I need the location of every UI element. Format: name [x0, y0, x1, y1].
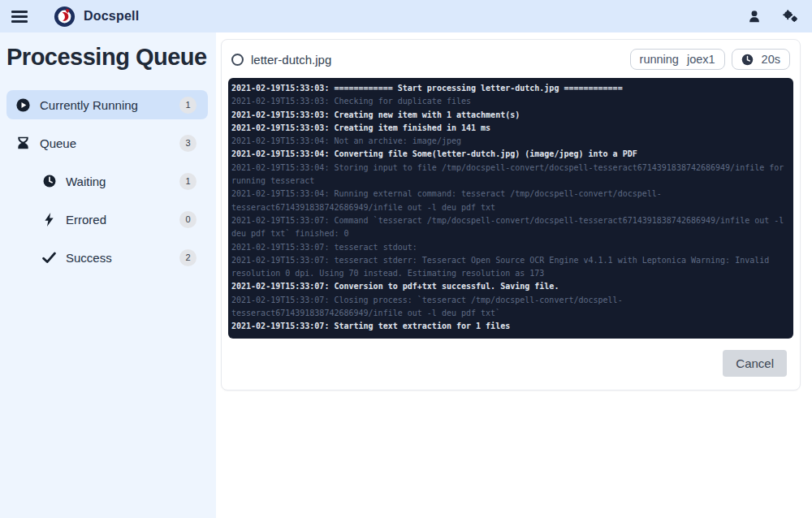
job-card-header: letter-dutch.jpg running joex1 20s — [222, 40, 800, 78]
log-timestamp: 2021-02-19T15:33:07: — [231, 216, 329, 225]
job-duration-badge: 20s — [732, 49, 790, 70]
user-icon[interactable] — [744, 6, 765, 27]
job-filename: letter-dutch.jpg — [251, 53, 331, 67]
log-timestamp: 2021-02-19T15:33:03: — [231, 110, 329, 119]
hourglass-icon — [16, 136, 30, 150]
main-content: letter-dutch.jpg running joex1 20s — [216, 32, 812, 518]
log-line: 2021-02-19T15:33:07: tesseract stdout: — [231, 241, 791, 254]
sidebar: Processing Queue Currently Running 1 Que… — [0, 32, 216, 518]
docspell-logo-icon[interactable] — [54, 6, 76, 28]
sidebar-item[interactable]: Success 2 — [32, 243, 208, 272]
job-log-panel[interactable]: 2021-02-19T15:33:03: ============ Start … — [228, 78, 793, 339]
log-line: 2021-02-19T15:33:07: Closing process: `t… — [231, 294, 791, 321]
sidebar-item[interactable]: Waiting 1 — [32, 166, 208, 196]
log-line: 2021-02-19T15:33:03: Creating item finis… — [231, 122, 791, 135]
log-timestamp: 2021-02-19T15:33:03: — [231, 97, 329, 106]
sidebar-item-label: Currently Running — [40, 98, 179, 112]
job-state-badge: running joex1 — [630, 49, 725, 70]
page-title: Processing Queue — [6, 44, 208, 71]
sidebar-item-label: Waiting — [66, 175, 179, 188]
count-badge: 1 — [179, 173, 197, 190]
log-line: 2021-02-19T15:33:07: Command `tesseract … — [231, 214, 791, 241]
cancel-button[interactable]: Cancel — [723, 350, 787, 377]
spinner-icon — [231, 54, 244, 66]
log-timestamp: 2021-02-19T15:33:03: — [231, 84, 329, 93]
sidebar-item-label: Queue — [40, 136, 179, 150]
log-timestamp: 2021-02-19T15:33:07: — [231, 282, 329, 291]
top-navbar: Docspell — [0, 0, 812, 32]
log-message: Checking for duplicate files — [334, 97, 471, 106]
check-icon — [42, 251, 56, 265]
bolt-icon — [42, 213, 56, 227]
log-timestamp: 2021-02-19T15:33:04: — [231, 136, 329, 145]
log-timestamp: 2021-02-19T15:33:04: — [231, 189, 329, 198]
sidebar-item[interactable]: Currently Running 1 — [6, 90, 208, 119]
log-message: Conversion to pdf+txt successful. Saving… — [334, 282, 559, 291]
job-duration: 20s — [762, 53, 780, 66]
log-line: 2021-02-19T15:33:07: Conversion to pdf+t… — [231, 280, 791, 293]
sidebar-item[interactable]: Errored 0 — [32, 205, 208, 234]
job-card-footer: Cancel — [222, 339, 800, 390]
log-message: Creating item finished in 141 ms — [334, 123, 490, 132]
log-timestamp: 2021-02-19T15:33:07: — [231, 243, 329, 252]
sidebar-item-label: Success — [66, 251, 179, 265]
log-line: 2021-02-19T15:33:07: tesseract stderr: T… — [231, 254, 791, 281]
log-line: 2021-02-19T15:33:03: Checking for duplic… — [231, 95, 791, 108]
count-badge: 0 — [179, 211, 197, 228]
sidebar-nav: Currently Running 1 Queue 3 Waiting 1 — [6, 90, 208, 272]
count-badge: 2 — [179, 249, 197, 266]
sidebar-item-label: Errored — [66, 213, 179, 227]
count-badge: 3 — [179, 135, 197, 152]
log-line: 2021-02-19T15:33:04: Running external co… — [231, 188, 791, 214]
log-line: 2021-02-19T15:33:04: Storing input to fi… — [231, 162, 791, 188]
log-message: Creating new item with 1 attachment(s) — [334, 110, 520, 119]
log-timestamp: 2021-02-19T15:33:07: — [231, 256, 329, 265]
job-worker: joex1 — [687, 53, 715, 66]
log-line: 2021-02-19T15:33:04: Converting file Som… — [231, 148, 791, 161]
job-card: letter-dutch.jpg running joex1 20s — [221, 39, 801, 391]
log-line: 2021-02-19T15:33:03: ============ Start … — [231, 82, 791, 95]
log-message: Not an archive: image/jpeg — [334, 136, 461, 145]
log-message: Starting text extraction for 1 files — [334, 322, 510, 330]
gears-icon[interactable] — [780, 6, 801, 27]
log-message: ============ Start processing letter-dut… — [334, 84, 622, 93]
log-message: tesseract stdout: — [334, 243, 417, 252]
brand-name: Docspell — [84, 9, 139, 24]
log-timestamp: 2021-02-19T15:33:04: — [231, 163, 329, 172]
log-line: 2021-02-19T15:33:07: Starting text extra… — [231, 320, 791, 333]
count-badge: 1 — [179, 97, 197, 114]
sidebar-item[interactable]: Queue 3 — [6, 128, 208, 158]
log-timestamp: 2021-02-19T15:33:07: — [231, 322, 329, 330]
job-state: running — [640, 53, 679, 66]
clock-icon — [42, 175, 56, 188]
log-line: 2021-02-19T15:33:03: Creating new item w… — [231, 109, 791, 122]
menu-icon[interactable] — [11, 11, 28, 23]
log-message: Converting file Some(letter-dutch.jpg) (… — [334, 149, 637, 158]
log-timestamp: 2021-02-19T15:33:04: — [231, 149, 329, 158]
log-timestamp: 2021-02-19T15:33:07: — [231, 296, 329, 304]
log-timestamp: 2021-02-19T15:33:03: — [231, 123, 329, 132]
log-line: 2021-02-19T15:33:04: Not an archive: ima… — [231, 135, 791, 148]
clock-icon — [741, 54, 754, 66]
play-circle-icon — [16, 98, 30, 112]
